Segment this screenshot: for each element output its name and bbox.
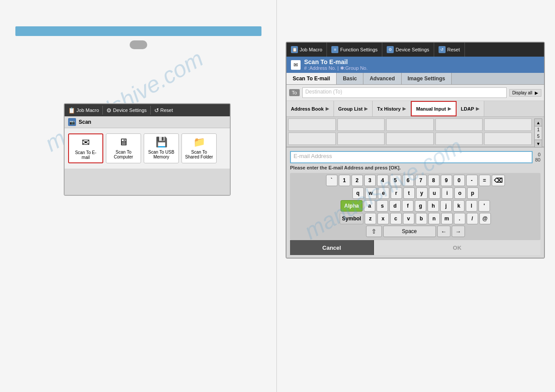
big-reset[interactable]: ↺ Reset (434, 43, 465, 57)
key-r[interactable]: r (391, 187, 402, 199)
key-c[interactable]: c (390, 213, 402, 224)
email-counter: 0 80 (535, 152, 540, 162)
grid-cell-2-4[interactable] (435, 133, 483, 145)
scan-item-email[interactable]: ✉ Scan To E-mail (68, 133, 103, 163)
grid-cell-1-3[interactable] (386, 119, 434, 131)
destination-row: To Destination (To) Display all ▶ (287, 85, 544, 101)
scan-email-icon: ✉ (82, 137, 90, 148)
key-t[interactable]: t (403, 187, 415, 199)
key-alpha[interactable]: Alpha (341, 200, 363, 212)
key-symbol[interactable]: Symbol (340, 213, 363, 224)
big-job-macro[interactable]: 📋 Job Macro (287, 43, 327, 57)
tx-history-arrow: ▶ (403, 106, 406, 111)
key-j[interactable]: j (440, 200, 452, 212)
ok-cancel-row: Cancel OK (290, 240, 540, 255)
big-title-text: Scan To E-mail (304, 58, 368, 65)
key-s[interactable]: s (377, 200, 388, 212)
small-reset[interactable]: ↺ Reset (151, 107, 177, 114)
big-function-settings[interactable]: ≡ Function Settings (327, 43, 382, 57)
ok-button[interactable]: OK (374, 240, 540, 255)
key-slash[interactable]: / (467, 213, 478, 224)
destination-input[interactable]: Destination (To) (302, 87, 507, 98)
key-backtick[interactable]: ` (326, 175, 337, 186)
key-1[interactable]: 1 (339, 175, 350, 186)
key-v[interactable]: v (403, 213, 414, 224)
small-device-settings[interactable]: ⚙ Device Settings (103, 107, 150, 114)
key-arrow-left[interactable]: ← (437, 226, 450, 237)
key-space[interactable]: Space (383, 226, 436, 237)
small-job-macro[interactable]: 📋 Job Macro (65, 107, 102, 114)
scan-item-computer[interactable]: 🖥 Scan To Computer (106, 133, 141, 163)
key-2[interactable]: 2 (352, 175, 363, 186)
key-backspace[interactable]: ⌫ (492, 175, 505, 186)
scan-item-usb[interactable]: 💾 Scan To USB Memory (144, 133, 179, 163)
key-m[interactable]: m (441, 213, 453, 224)
tab-image-settings[interactable]: Image Settings (402, 73, 452, 84)
small-button[interactable] (130, 40, 147, 49)
key-q[interactable]: q (352, 187, 364, 199)
key-4[interactable]: 4 (377, 175, 388, 186)
key-at[interactable]: @ (479, 213, 491, 224)
key-7[interactable]: 7 (415, 175, 427, 186)
tab-basic[interactable]: Basic (337, 73, 363, 84)
big-device-settings-icon: ⚙ (387, 46, 394, 53)
scan-title: Scan (79, 119, 91, 125)
key-9[interactable]: 9 (441, 175, 452, 186)
ldap-button[interactable]: LDAP ▶ (457, 101, 484, 116)
key-equals[interactable]: = (479, 175, 490, 186)
tab-advanced[interactable]: Advanced (363, 73, 401, 84)
keyboard: ` 1 2 3 4 5 6 7 8 9 0 - = ⌫ q (290, 173, 540, 240)
scroll-up-button[interactable]: ▲ (534, 119, 542, 126)
grid-cell-2-5[interactable] (484, 133, 532, 145)
key-z[interactable]: z (365, 213, 376, 224)
key-e[interactable]: e (378, 187, 389, 199)
scan-item-folder[interactable]: 📁 Scan To Shared Folder (181, 133, 217, 163)
scroll-down-button[interactable]: ▼ (534, 140, 542, 147)
grid-cell-1-2[interactable] (337, 119, 385, 131)
key-period[interactable]: . (454, 213, 465, 224)
key-3[interactable]: 3 (364, 175, 376, 186)
key-a[interactable]: a (364, 200, 375, 212)
key-h[interactable]: h (428, 200, 439, 212)
key-x[interactable]: x (377, 213, 389, 224)
scan-usb-label: Scan To USB Memory (147, 150, 176, 159)
grid-cell-2-2[interactable] (337, 133, 385, 145)
small-reset-label: Reset (160, 108, 173, 113)
key-f[interactable]: f (402, 200, 414, 212)
tab-scan-to-email[interactable]: Scan To E-mail (287, 73, 337, 84)
grid-cell-2-3[interactable] (386, 133, 434, 145)
manual-input-button[interactable]: Manual Input ▶ (411, 101, 457, 116)
key-d[interactable]: d (389, 200, 401, 212)
cancel-button[interactable]: Cancel (290, 240, 374, 255)
kb-row-zxcv: Symbol z x c v b n m . / @ (292, 213, 539, 224)
key-u[interactable]: u (429, 187, 440, 199)
key-apostrophe[interactable]: ' (479, 200, 490, 212)
key-n[interactable]: n (428, 213, 440, 224)
tx-history-button[interactable]: Tx History ▶ (373, 101, 411, 116)
grid-cell-1-1[interactable] (288, 119, 336, 131)
key-w[interactable]: w (365, 187, 377, 199)
key-y[interactable]: y (416, 187, 428, 199)
grid-cell-1-5[interactable] (484, 119, 532, 131)
key-minus[interactable]: - (466, 175, 478, 186)
address-book-button[interactable]: Address Book ▶ (287, 101, 334, 116)
big-device-settings[interactable]: ⚙ Device Settings (382, 43, 434, 57)
key-8[interactable]: 8 (428, 175, 439, 186)
key-0[interactable]: 0 (453, 175, 465, 186)
key-l[interactable]: l (466, 200, 477, 212)
key-arrow-right[interactable]: → (452, 226, 465, 237)
key-k[interactable]: k (453, 200, 464, 212)
grid-cell-2-1[interactable] (288, 133, 336, 145)
key-6[interactable]: 6 (403, 175, 414, 186)
display-all-button[interactable]: Display all ▶ (509, 89, 541, 97)
group-list-button[interactable]: Group List ▶ (334, 101, 373, 116)
key-o[interactable]: o (454, 187, 466, 199)
key-p[interactable]: p (467, 187, 479, 199)
grid-cell-1-4[interactable] (435, 119, 483, 131)
key-5[interactable]: 5 (390, 175, 401, 186)
key-i[interactable]: i (442, 187, 453, 199)
key-b[interactable]: b (416, 213, 427, 224)
key-g[interactable]: g (415, 200, 426, 212)
email-input[interactable]: E-mail Address (290, 151, 533, 163)
key-shift[interactable]: ⇧ (366, 226, 382, 237)
